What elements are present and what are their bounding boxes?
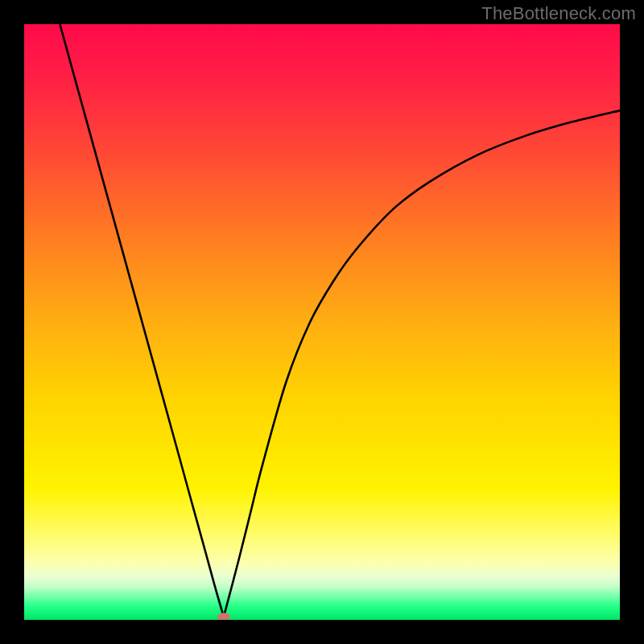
gradient-background <box>24 24 620 620</box>
watermark-text: TheBottleneck.com <box>481 3 636 24</box>
bottleneck-chart <box>24 24 620 620</box>
chart-frame: TheBottleneck.com <box>0 0 644 644</box>
